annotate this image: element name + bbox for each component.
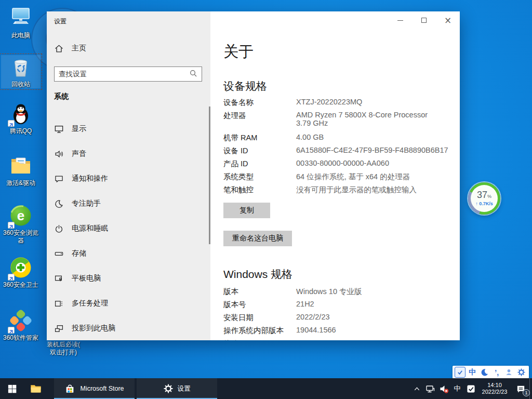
desktop-icon-label: 360软件管家 <box>1 334 41 342</box>
maximize-icon <box>421 18 427 23</box>
rename-pc-button[interactable]: 重命名这台电脑 <box>223 231 292 246</box>
svg-text:e: e <box>17 208 24 223</box>
start-button[interactable] <box>0 378 24 399</box>
desktop-icon-360-safe[interactable]: 360安全卫士 <box>1 256 41 289</box>
speed-ball-face: 37% ↑ 0.7K/s <box>471 185 498 212</box>
qq-icon <box>9 102 33 126</box>
ime-moon-icon[interactable] <box>479 367 490 378</box>
maximize-button[interactable] <box>412 11 436 29</box>
desktop-icon-360-browser[interactable]: e 360安全浏览器 <box>1 204 41 245</box>
windows-logo-icon <box>8 384 17 393</box>
search-box[interactable] <box>54 66 202 82</box>
notification-badge: 1 <box>523 389 530 396</box>
settings-window: 设置 主页 系统 显示 <box>47 11 460 340</box>
taskbar: Microsoft Store 设置 <box>0 378 532 399</box>
this-pc-icon <box>9 6 33 30</box>
desktop-icon-readme-label[interactable]: 装机后必读( 双击打开) <box>44 341 83 356</box>
tray-volume-muted-icon[interactable] <box>437 378 450 399</box>
settings-main-panel: 关于 设备规格 设备名称 XTZJ-20220223MQ 处理器 AMD Ryz… <box>210 11 460 340</box>
sidebar-item-label: 专注助手 <box>72 199 101 208</box>
ime-status-icon[interactable] <box>455 367 466 378</box>
windows-spec-heading: Windows 规格 <box>223 267 292 282</box>
desktop-icon-label: 360安全浏览器 <box>2 229 40 245</box>
ime-punctuation-icon[interactable]: ’, <box>491 367 502 378</box>
spec-value: 4.00 GB <box>296 133 324 143</box>
copy-button[interactable]: 复制 <box>223 203 270 218</box>
display-icon <box>54 124 63 134</box>
spec-value: 6A15880F-C4E2-47F9-BF59-F4B8890B6B17 <box>296 146 448 156</box>
sidebar-item-home[interactable]: 主页 <box>54 44 86 53</box>
sidebar-item-focus-assist[interactable]: 专注助手 <box>47 191 209 216</box>
sidebar-item-multitasking[interactable]: 多任务处理 <box>47 291 209 316</box>
spec-row: 笔和触控 没有可用于此显示器的笔或触控输入 <box>223 185 452 195</box>
desktop-icon-label: 激活&驱动 <box>1 179 41 187</box>
sidebar-item-storage[interactable]: 存储 <box>47 241 209 266</box>
360-speed-ball[interactable]: 37% ↑ 0.7K/s <box>468 182 500 215</box>
system-tray: 中 14:10 2022/2/23 1 <box>410 378 532 399</box>
tray-network-icon[interactable] <box>423 378 437 399</box>
memory-percent: 37% <box>477 190 491 201</box>
storage-icon <box>54 249 63 258</box>
taskbar-clock[interactable]: 14:10 2022/2/23 <box>477 382 512 395</box>
sidebar-item-tablet[interactable]: 平板电脑 <box>47 266 209 291</box>
home-icon <box>54 44 63 53</box>
sidebar-item-label: 显示 <box>72 124 86 134</box>
sidebar-item-notifications[interactable]: 通知和操作 <box>47 166 209 191</box>
search-icon[interactable] <box>190 70 197 79</box>
spec-value: 2022/2/23 <box>296 313 330 323</box>
sidebar-item-display[interactable]: 显示 <box>47 116 209 141</box>
show-desktop-button[interactable] <box>529 378 532 399</box>
desktop-icon-label: 此电脑 <box>1 32 41 39</box>
desktop-icon-activate-driver[interactable]: 激活&驱动 <box>1 154 41 187</box>
spec-row: 机带 RAM 4.00 GB <box>223 133 452 143</box>
microsoft-store-icon <box>64 383 75 394</box>
spec-label: 版本号 <box>223 300 296 310</box>
sidebar-item-power-sleep[interactable]: 电源和睡眠 <box>47 216 209 241</box>
folder-icon <box>9 154 33 178</box>
spec-row: 体验 <box>223 339 452 340</box>
spec-label: 体验 <box>223 339 296 340</box>
desktop-icon-qq[interactable]: 腾讯QQ <box>1 102 41 135</box>
spec-value: 00330-80000-00000-AA060 <box>296 159 389 169</box>
tray-ime-status-icon[interactable] <box>464 378 477 399</box>
clock-time: 14:10 <box>477 382 512 389</box>
desktop-icon-this-pc[interactable]: 此电脑 <box>1 6 41 39</box>
shortcut-arrow-icon <box>8 327 15 334</box>
close-button[interactable]: × <box>436 11 460 29</box>
minimize-button[interactable] <box>388 11 412 29</box>
spec-row: 版本号 21H2 <box>223 300 452 310</box>
sound-icon <box>54 149 63 158</box>
shortcut-arrow-icon <box>8 120 15 127</box>
sidebar-item-label: 通知和操作 <box>72 174 108 183</box>
file-explorer-button[interactable] <box>24 378 48 399</box>
action-center-button[interactable]: 1 <box>512 378 529 399</box>
taskbar-microsoft-store-button[interactable]: Microsoft Store <box>54 378 135 399</box>
desktop-icon-360-manager[interactable]: 360软件管家 <box>1 309 41 342</box>
tray-chevron-up-icon[interactable] <box>410 378 423 399</box>
spec-value: 64 位操作系统, 基于 x64 的处理器 <box>296 172 410 182</box>
spec-value: 没有可用于此显示器的笔或触控输入 <box>296 185 417 195</box>
desktop-icon-recycle-bin[interactable]: 回收站 <box>1 55 41 88</box>
shortcut-arrow-icon <box>8 222 15 229</box>
search-input[interactable] <box>55 70 190 78</box>
taskbar-settings-button[interactable]: 设置 <box>137 378 217 399</box>
taskbar-settings-label: 设置 <box>178 384 191 393</box>
project-to-pc-icon <box>54 324 63 333</box>
sidebar-item-project[interactable]: 投影到此电脑 <box>47 316 209 340</box>
sidebar-item-sound[interactable]: 声音 <box>47 141 209 166</box>
ime-person-icon[interactable] <box>503 367 514 378</box>
ime-chinese-mode[interactable]: 中 <box>467 367 478 378</box>
shortcut-arrow-icon <box>8 274 15 281</box>
360-manager-icon <box>9 309 33 332</box>
sidebar-nav-list: 显示 声音 通知和操作 <box>47 116 209 340</box>
moon-icon <box>54 199 63 208</box>
sidebar-item-label: 电源和睡眠 <box>72 224 108 233</box>
spec-label: 版本 <box>223 287 296 297</box>
spec-row: 产品 ID 00330-80000-00000-AA060 <box>223 159 452 169</box>
spec-label: 操作系统内部版本 <box>223 326 296 336</box>
360-browser-icon: e <box>9 204 33 228</box>
power-icon <box>54 224 63 233</box>
tray-ime-mode[interactable]: 中 <box>450 378 464 399</box>
desktop-icon-label: 腾讯QQ <box>1 127 41 135</box>
ime-settings-gear-icon[interactable] <box>516 367 527 378</box>
